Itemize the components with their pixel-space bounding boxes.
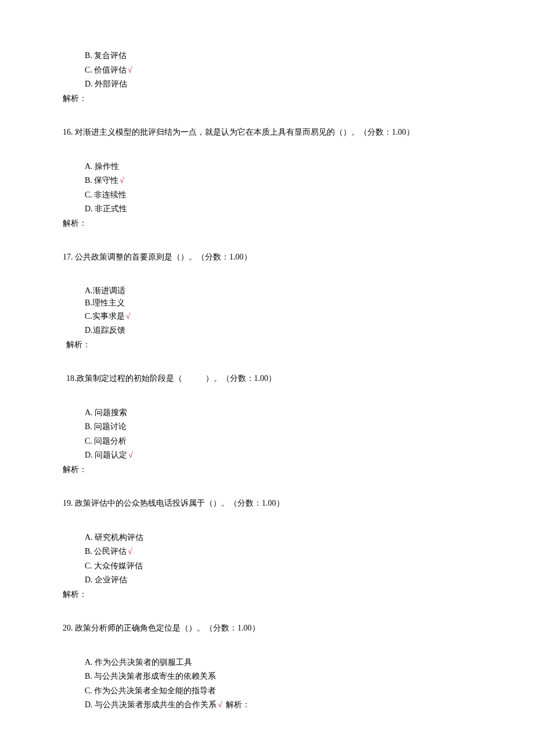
option-label: B. [85, 298, 92, 307]
option-text: 外部评估 [95, 80, 127, 88]
option-label: D. [85, 326, 93, 334]
option-text: 价值评估 [94, 66, 127, 74]
option-label: A. [85, 658, 93, 667]
q17-option-D: D.追踪反馈 [63, 323, 471, 338]
q19-prompt: 19. 政策评估中的公众热线电话投诉属于（）。（分数：1.00） [63, 496, 471, 511]
q18-option-C: C. 问题分析 [63, 434, 471, 449]
q19-option-A: A. 研究机构评估 [63, 531, 471, 545]
q16-option-D: D. 非正式性 [63, 202, 471, 217]
option-label: D. [85, 451, 93, 459]
option-prev-D: D. 外部评估 [63, 77, 471, 92]
option-text: 问题认定 [95, 451, 127, 459]
q18-prompt-part1: 18.政策制定过程的初始阶段是（ [66, 372, 182, 386]
q17-option-B: B.理性主义 [63, 297, 471, 309]
option-label: D. [85, 700, 93, 709]
option-label: B. [85, 672, 92, 681]
option-text: 问题分析 [94, 437, 127, 445]
q20-option-C: C. 作为公共决策者全知全能的指导者 [63, 684, 471, 699]
option-label: D. [85, 204, 93, 213]
option-text: 大众传媒评估 [94, 561, 143, 570]
option-text: 渐进调适 [93, 286, 125, 295]
analysis-label: 解析： [63, 588, 471, 602]
analysis-label: 解析： [63, 463, 471, 477]
check-icon: √ [127, 451, 133, 459]
option-label: C. [85, 561, 92, 570]
analysis-label: 解析： [63, 217, 471, 231]
analysis-label: 解析： [63, 338, 471, 352]
option-label: A. [85, 533, 93, 542]
q20-option-A: A. 作为公共决策者的驯服工具 [63, 656, 471, 670]
q20-prompt: 20. 政策分析师的正确角色定位是（）。（分数：1.00） [63, 621, 471, 636]
q18-option-B: B. 问题讨论 [63, 420, 471, 434]
q17-prompt: 17. 公共政策调整的首要原则是（）。（分数：1.00） [63, 250, 471, 265]
option-label: A. [85, 162, 93, 171]
option-label: B. [85, 176, 92, 185]
q16-option-A: A. 操作性 [63, 160, 471, 174]
q18-prompt: 18.政策制定过程的初始阶段是（）。（分数：1.00） [63, 372, 471, 386]
check-icon: √ [127, 66, 132, 74]
option-text: 非连续性 [94, 190, 127, 199]
option-label: D. [85, 575, 93, 584]
analysis-label: 解析： [63, 92, 471, 106]
option-label: C. [85, 437, 92, 445]
option-text: 公民评估 [94, 547, 127, 556]
option-text: 企业评估 [95, 575, 127, 584]
q16-option-B: B. 保守性√ [63, 174, 471, 188]
option-text: 与公共决策者形成共生的合作关系 [95, 700, 217, 709]
q20-option-B: B. 与公共决策者形成寄生的依赖关系 [63, 669, 471, 684]
option-text: 非正式性 [95, 204, 127, 213]
option-label: C. [85, 686, 92, 695]
option-text: 操作性 [95, 162, 119, 171]
check-icon: √ [125, 312, 131, 321]
q19-option-D: D. 企业评估 [63, 573, 471, 588]
option-text: 实事求是 [92, 312, 125, 321]
option-text: 追踪反馈 [93, 326, 125, 334]
option-text: 问题搜索 [95, 408, 127, 417]
q16-prompt: 16. 对渐进主义模型的批评归结为一点，就是认为它在本质上具有显而易见的（）。（… [63, 125, 471, 140]
q18-option-D: D. 问题认定√ [63, 448, 471, 463]
check-icon: √ [217, 700, 222, 709]
option-text: 与公共决策者形成寄生的依赖关系 [94, 672, 216, 681]
analysis-label-inline: 解析： [222, 700, 250, 709]
option-label: C. [85, 66, 92, 74]
option-label: A. [85, 286, 93, 295]
option-text: 研究机构评估 [95, 533, 143, 542]
option-prev-B: B. 复合评估 [63, 49, 471, 63]
q19-option-B: B. 公民评估√ [63, 545, 471, 559]
option-label: C. [85, 312, 92, 321]
option-label: A. [85, 408, 93, 417]
option-label: B. [85, 547, 92, 556]
option-text: 作为公共决策者全知全能的指导者 [94, 686, 216, 695]
option-text: 复合评估 [94, 51, 127, 60]
q18-option-A: A. 问题搜索 [63, 406, 471, 420]
option-text: 理性主义 [92, 298, 125, 307]
option-label: C. [85, 190, 92, 199]
option-label: B. [85, 51, 92, 60]
q20-option-D: D. 与公共决策者形成共生的合作关系√解析： [63, 698, 471, 712]
option-text: 问题讨论 [94, 422, 127, 431]
check-icon: √ [118, 176, 124, 185]
q18-prompt-part2: ）。（分数：1.00） [205, 372, 277, 386]
option-label: D. [85, 80, 93, 88]
option-label: B. [85, 422, 92, 431]
option-text: 作为公共决策者的驯服工具 [95, 658, 192, 667]
q19-option-C: C. 大众传媒评估 [63, 559, 471, 574]
option-text: 保守性 [94, 176, 118, 185]
option-prev-C: C. 价值评估√ [63, 63, 471, 78]
q16-option-C: C. 非连续性 [63, 188, 471, 203]
q17-option-A: A.渐进调适 [63, 285, 471, 297]
q17-option-C: C.实事求是√ [63, 309, 471, 324]
check-icon: √ [127, 547, 132, 556]
